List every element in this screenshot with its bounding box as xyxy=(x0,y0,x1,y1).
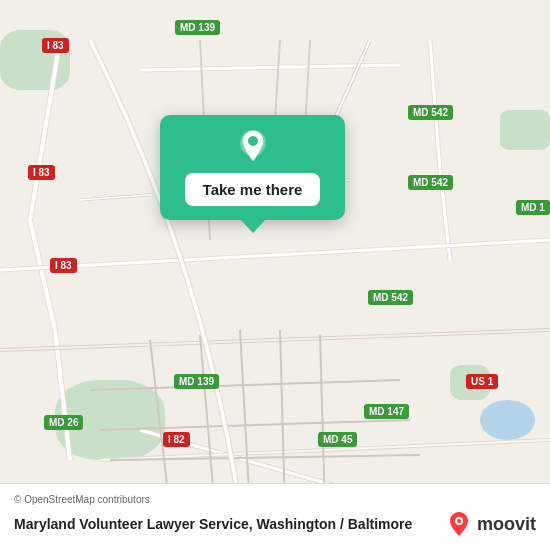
svg-line-1 xyxy=(30,40,60,220)
badge-i82: I 82 xyxy=(163,432,190,447)
map-popup: Take me there xyxy=(160,115,345,220)
badge-md542-far: MD 1 xyxy=(516,200,550,215)
map-footer: © OpenStreetMap contributors Maryland Vo… xyxy=(0,483,550,550)
badge-md542-1: MD 542 xyxy=(408,105,453,120)
badge-i83-3: I 83 xyxy=(50,258,77,273)
osm-credit: © OpenStreetMap contributors xyxy=(14,494,536,505)
badge-md139-top: MD 139 xyxy=(175,20,220,35)
badge-md147: MD 147 xyxy=(364,404,409,419)
badge-md542-2: MD 542 xyxy=(408,175,453,190)
roads-layer xyxy=(0,0,550,550)
moovit-text: moovit xyxy=(477,514,536,535)
svg-point-37 xyxy=(248,136,258,146)
badge-i83-1: I 83 xyxy=(42,38,69,53)
badge-us1: US 1 xyxy=(466,374,498,389)
place-name: Maryland Volunteer Lawyer Service, Washi… xyxy=(14,516,445,532)
badge-md45: MD 45 xyxy=(318,432,357,447)
map-container: I 83 MD 139 I 83 MD 542 MD 542 MD 542 I … xyxy=(0,0,550,550)
svg-point-39 xyxy=(457,519,461,523)
svg-line-32 xyxy=(90,380,400,390)
badge-md542-3: MD 542 xyxy=(368,290,413,305)
svg-line-3 xyxy=(30,220,55,330)
svg-line-33 xyxy=(100,420,410,430)
location-pin-icon xyxy=(234,127,272,165)
badge-md26: MD 26 xyxy=(44,415,83,430)
take-me-there-button[interactable]: Take me there xyxy=(185,173,321,206)
badge-md139-bot: MD 139 xyxy=(174,374,219,389)
svg-line-15 xyxy=(0,240,550,270)
badge-i83-2: I 83 xyxy=(28,165,55,180)
svg-line-19 xyxy=(0,330,550,350)
moovit-logo: moovit xyxy=(445,510,536,538)
